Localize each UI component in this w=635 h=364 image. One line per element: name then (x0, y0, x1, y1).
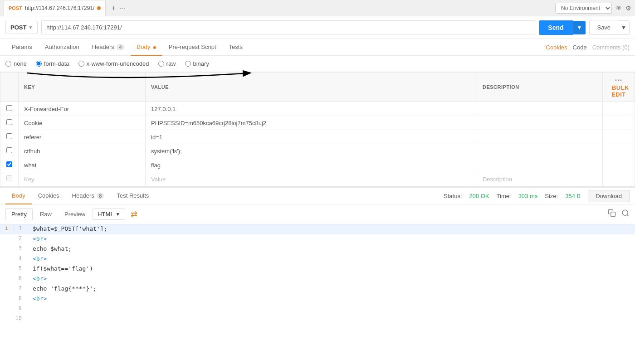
line-content-4: <br> (27, 254, 635, 263)
format-dropdown[interactable]: HTML ▼ (93, 209, 125, 220)
line-num-4: 4 (14, 254, 27, 262)
col-description: DESCRIPTION (477, 73, 602, 102)
row2-key[interactable]: Cookie (19, 116, 146, 130)
copy-icon[interactable] (608, 209, 616, 219)
row3-desc[interactable] (477, 130, 602, 144)
line-info-9 (0, 304, 14, 305)
row2-checkbox[interactable] (6, 119, 12, 125)
url-input[interactable] (41, 20, 535, 34)
bulk-edit-button[interactable]: Bulk Edit (611, 84, 629, 98)
row5-more (602, 158, 635, 172)
code-link[interactable]: Code (573, 44, 587, 51)
code-line-3: 3 echo $what; (0, 244, 635, 254)
line-num-6: 6 (14, 274, 27, 281)
tab-authorization[interactable]: Authorization (39, 39, 86, 56)
row1-value[interactable]: 127.0.0.1 (146, 102, 477, 116)
view-tab-preview[interactable]: Preview (59, 209, 91, 220)
radio-none[interactable]: none (5, 60, 27, 67)
comments-link[interactable]: Comments (0) (592, 44, 630, 51)
radio-binary[interactable]: binary (185, 60, 209, 67)
line-content-1: $what=$_POST['what']; (27, 224, 635, 233)
time-label: Time: (497, 193, 511, 199)
request-tab[interactable]: POST http://114.67.246.176:17291/ (4, 0, 106, 16)
view-tab-pretty[interactable]: Pretty (5, 208, 33, 220)
code-line-5: 5 if($what=='flag') (0, 264, 635, 274)
tab-tests[interactable]: Tests (223, 39, 249, 56)
code-line-4: 4 <br> (0, 254, 635, 264)
line-content-10 (27, 314, 635, 316)
view-tab-raw[interactable]: Raw (34, 209, 57, 220)
row2-value[interactable]: PHPSESSID=m650kca69crj28ioj7m75c8uj2 (146, 116, 477, 130)
search-icon[interactable] (621, 209, 630, 219)
resp-tab-testresults[interactable]: Test Results (110, 188, 155, 204)
table-row: Cookie PHPSESSID=m650kca69crj28ioj7m75c8… (0, 116, 635, 130)
row1-key[interactable]: X-Forwarded-For (19, 102, 146, 116)
row4-desc[interactable] (477, 144, 602, 158)
row4-checkbox[interactable] (6, 147, 12, 153)
time-value: 303 ms (518, 193, 538, 199)
code-output-area: i 1 $what=$_POST['what']; 2 <br> 3 echo … (0, 224, 635, 324)
row3-checkbox-cell (0, 130, 19, 144)
placeholder-key[interactable]: Key (19, 172, 146, 186)
line-info-8 (0, 294, 14, 295)
tab-body[interactable]: Body (131, 39, 162, 56)
svg-line-2 (627, 214, 628, 216)
row5-checkbox-cell (0, 158, 19, 172)
row3-value[interactable]: id=1 (146, 130, 477, 144)
size-value: 354 B (565, 193, 581, 199)
more-icon[interactable]: ··· (615, 76, 622, 84)
send-dropdown-button[interactable]: ▼ (573, 21, 586, 34)
send-button[interactable]: Send (539, 20, 572, 35)
method-dropdown[interactable]: POST ▼ (5, 21, 38, 34)
tab-prerequest[interactable]: Pre-request Script (162, 39, 223, 56)
table-header-row: KEY VALUE DESCRIPTION ··· Bulk Edit (0, 73, 635, 102)
row1-checkbox-cell (0, 102, 19, 116)
line-num-7: 7 (14, 284, 27, 291)
row1-desc[interactable] (477, 102, 602, 116)
url-bar: POST ▼ Send ▼ Save ▼ (0, 16, 635, 39)
new-tab-button[interactable]: + (111, 4, 115, 12)
resp-headers-badge: 8 (97, 193, 104, 199)
line-info-2 (0, 234, 14, 235)
radio-urlencoded[interactable]: x-www-form-urlencoded (78, 60, 149, 67)
resp-tab-body[interactable]: Body (5, 188, 32, 204)
download-button[interactable]: Download (588, 190, 630, 202)
row3-key[interactable]: referer (19, 130, 146, 144)
send-button-group: Send ▼ (539, 20, 586, 35)
cookies-link[interactable]: Cookies (546, 44, 567, 51)
row5-desc[interactable] (477, 158, 602, 172)
line-content-2: <br> (27, 234, 635, 243)
tab-params[interactable]: Params (5, 39, 39, 56)
save-button[interactable]: Save (589, 20, 618, 35)
row4-key[interactable]: ctfhub (19, 144, 146, 158)
code-line-1: i 1 $what=$_POST['what']; (0, 224, 635, 234)
radio-formdata[interactable]: form-data (36, 60, 69, 67)
code-line-10: 10 (0, 314, 635, 324)
save-dropdown-button[interactable]: ▼ (618, 20, 630, 35)
placeholder-desc[interactable]: Description (477, 172, 602, 186)
request-tabs: Params Authorization Headers 4 Body Pre-… (0, 39, 635, 56)
row5-key[interactable]: what (19, 158, 146, 172)
placeholder-value[interactable]: Value (146, 172, 477, 186)
row1-checkbox[interactable] (6, 105, 12, 111)
radio-raw[interactable]: raw (158, 60, 176, 67)
more-tabs-button[interactable]: ··· (119, 4, 125, 12)
row3-checkbox[interactable] (6, 133, 12, 139)
gear-icon[interactable]: ⚙ (625, 5, 631, 12)
col-checkbox (0, 73, 19, 102)
code-line-9: 9 (0, 304, 635, 314)
form-data-area: KEY VALUE DESCRIPTION ··· Bulk Edit X-Fo… (0, 72, 635, 186)
tab-headers[interactable]: Headers 4 (86, 39, 131, 56)
body-type-row: none form-data x-www-form-urlencoded raw… (0, 56, 635, 72)
row2-desc[interactable] (477, 116, 602, 130)
resp-tab-cookies[interactable]: Cookies (32, 188, 66, 204)
resp-tab-headers[interactable]: Headers 8 (66, 188, 111, 204)
wrap-icon[interactable]: ⇄ (131, 209, 137, 219)
row5-value[interactable]: flag (146, 158, 477, 172)
response-area: Body Cookies Headers 8 Test Results Stat… (0, 186, 635, 324)
row2-more (602, 116, 635, 130)
row4-value[interactable]: system('ls'); (146, 144, 477, 158)
environment-select[interactable]: No Environment (555, 3, 612, 14)
eye-icon[interactable]: 👁 (615, 5, 622, 12)
row5-checkbox[interactable] (6, 161, 12, 167)
